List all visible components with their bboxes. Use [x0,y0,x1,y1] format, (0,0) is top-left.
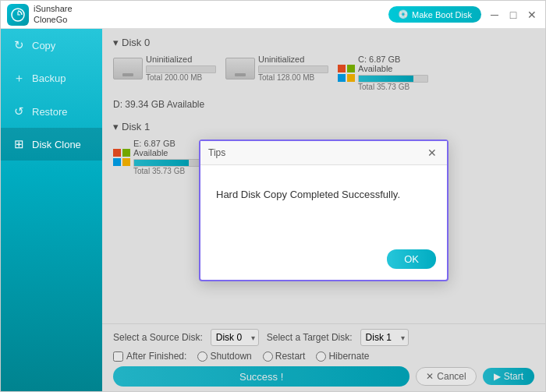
ok-button[interactable]: OK [387,249,436,269]
backup-icon: ＋ [12,71,26,86]
sidebar-item-copy[interactable]: ↻ Copy [1,29,102,62]
disk-icon: 💿 [398,9,409,19]
logo-icon [7,4,29,26]
maximize-button[interactable]: □ [506,8,520,22]
disk-clone-icon: ⊞ [12,137,26,151]
modal-close-button[interactable]: ✕ [425,146,439,160]
app-logo: iSunshare CloneGo [7,4,73,26]
title-bar: iSunshare CloneGo 💿 Make Boot Disk ─ □ ✕ [1,1,545,29]
modal-title-bar: Tips ✕ [200,141,447,165]
window-controls: ─ □ ✕ [488,8,539,22]
make-boot-button[interactable]: 💿 Make Boot Disk [388,6,481,23]
modal-overlay: Tips ✕ Hard Disk Copy Completed Successf… [102,29,545,391]
sidebar-item-backup[interactable]: ＋ Backup [1,62,102,95]
main-layout: ↻ Copy ＋ Backup ↺ Restore ⊞ Disk Clone ▾ [1,29,545,391]
tips-dialog: Tips ✕ Hard Disk Copy Completed Successf… [199,139,448,281]
modal-body: Hard Disk Copy Completed Successfully. [200,165,447,243]
copy-icon: ↻ [12,38,26,52]
content-area: ▾ Disk 0 Uninitialized [102,29,545,391]
close-button[interactable]: ✕ [525,8,539,22]
sidebar: ↻ Copy ＋ Backup ↺ Restore ⊞ Disk Clone [1,29,102,391]
modal-message: Hard Disk Copy Completed Successfully. [216,189,431,200]
minimize-button[interactable]: ─ [488,8,502,22]
sidebar-item-restore[interactable]: ↺ Restore [1,95,102,128]
modal-footer: OK [200,243,447,280]
restore-icon: ↺ [12,104,26,118]
app-window: iSunshare CloneGo 💿 Make Boot Disk ─ □ ✕… [0,0,546,392]
app-title: iSunshare CloneGo [34,4,73,24]
sidebar-item-disk-clone[interactable]: ⊞ Disk Clone [1,128,102,161]
